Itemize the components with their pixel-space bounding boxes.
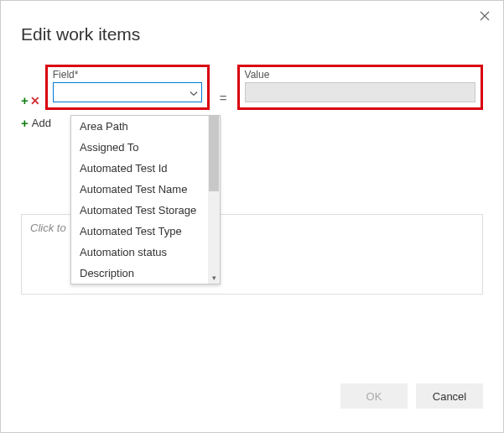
clause-row: + ✕ Field* = Value: [21, 65, 483, 110]
notes-placeholder: Click to: [30, 222, 66, 234]
field-combobox[interactable]: [53, 82, 202, 102]
dialog-title: Edit work items: [1, 1, 503, 44]
field-column: Field*: [45, 65, 210, 110]
dropdown-option[interactable]: Automated Test Id: [71, 158, 220, 179]
edit-work-items-dialog: Edit work items + ✕ Field* = Value: [0, 0, 504, 433]
remove-clause-button[interactable]: ✕: [30, 95, 40, 107]
dropdown-scrollbar[interactable]: ▾: [208, 116, 220, 284]
clause-rows: + ✕ Field* = Value: [1, 44, 503, 110]
dropdown-option[interactable]: Area Path: [71, 116, 220, 137]
cancel-button[interactable]: Cancel: [416, 383, 483, 409]
close-button[interactable]: [476, 8, 493, 24]
insert-clause-button[interactable]: +: [21, 94, 29, 107]
value-label: Value: [245, 69, 475, 81]
add-clause-label: Add: [32, 117, 51, 129]
dropdown-option[interactable]: Automation status: [71, 242, 220, 263]
dropdown-option[interactable]: Description: [71, 263, 220, 284]
plus-icon: +: [21, 117, 29, 129]
value-input[interactable]: [245, 82, 475, 102]
dropdown-option[interactable]: Assigned To: [71, 137, 220, 158]
dropdown-option[interactable]: Automated Test Storage: [71, 200, 220, 221]
dropdown-option[interactable]: Automated Test Name: [71, 179, 220, 200]
field-dropdown[interactable]: Area Path Assigned To Automated Test Id …: [70, 115, 221, 284]
field-label: Field*: [53, 69, 202, 81]
value-column: Value: [237, 65, 483, 110]
field-input[interactable]: [54, 83, 201, 102]
row-actions: + ✕: [21, 94, 40, 110]
ok-button[interactable]: OK: [340, 383, 408, 409]
dropdown-option[interactable]: Automated Test Type: [71, 221, 220, 242]
close-icon: [480, 11, 490, 21]
equals-sign: =: [215, 91, 232, 110]
scroll-down-icon[interactable]: ▾: [208, 272, 220, 284]
field-dropdown-list: Area Path Assigned To Automated Test Id …: [71, 116, 220, 284]
dialog-buttons: OK Cancel: [340, 383, 483, 409]
scrollbar-thumb[interactable]: [209, 116, 219, 191]
